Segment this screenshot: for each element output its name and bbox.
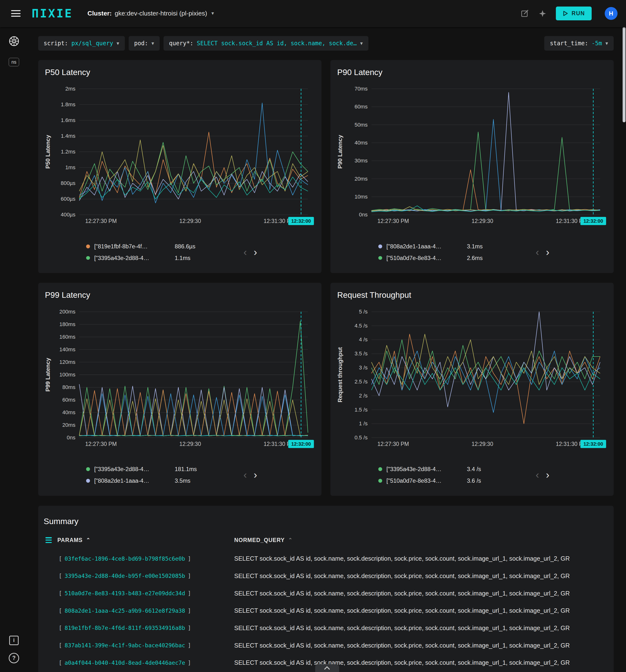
param-cell[interactable]: [510a0d7e-8e83-4193-b483-e27e09ddc34d] xyxy=(56,590,234,597)
legend-color-dot xyxy=(378,256,382,260)
cluster-selector[interactable]: Cluster: gke:dev-cluster-htroisi (pl-pix… xyxy=(87,10,215,17)
svg-text:12:32:00: 12:32:00 xyxy=(583,441,603,447)
legend-next-icon[interactable]: › xyxy=(254,247,257,257)
legend-label: ["819e1fbf-8b7e-4f… xyxy=(94,243,168,250)
legend-next-icon[interactable]: › xyxy=(546,247,549,257)
chart-canvas[interactable]: 70ms60ms50ms40ms30ms20ms10ms0ns12:27:30 … xyxy=(335,83,607,234)
legend-color-dot xyxy=(378,479,382,483)
namespace-chip[interactable]: ns xyxy=(9,58,19,67)
bracket: [ xyxy=(59,659,62,666)
param-cell[interactable]: [837ab141-399e-4c1f-9abc-bace40296bac] xyxy=(56,642,234,649)
legend-prev-icon[interactable]: ‹ xyxy=(243,470,247,480)
legend-color-dot xyxy=(86,467,90,471)
legend-item[interactable]: ["510a0d7e-8e83-4…3.6 /s xyxy=(378,475,608,486)
kubernetes-icon[interactable] xyxy=(8,35,20,48)
table-row[interactable]: [3395a43e-2d88-40de-b95f-e00e1502085b]SE… xyxy=(38,568,614,585)
table-row[interactable]: [03fef6ac-1896-4ce8-bd69-b798f85c6e0b]SE… xyxy=(38,550,614,568)
legend-color-dot xyxy=(378,467,382,471)
legend-prev-icon[interactable]: ‹ xyxy=(243,247,247,257)
param-cell[interactable]: [819e1fbf-8b7e-4f6d-811f-693534916a8b] xyxy=(56,625,234,631)
edit-script-icon[interactable] xyxy=(521,9,529,18)
svg-text:12:29:30: 12:29:30 xyxy=(471,218,493,224)
param-cell[interactable]: [3395a43e-2d88-40de-b95f-e00e1502085b] xyxy=(56,573,234,579)
p99-latency-chart[interactable]: 200ms180ms160ms140ms120ms100ms80ms60ms40… xyxy=(43,306,317,457)
chart-canvas[interactable]: 5 /s4.5 /s4 /s3.5 /s3 /s2.5 /s2 /s1.5 /s… xyxy=(335,306,607,457)
param-value: 3395a43e-2d88-40de-b95f-e00e1502085b xyxy=(65,573,185,579)
normed-query-value: SELECT sock.sock_id AS id, sock.name, so… xyxy=(234,642,614,649)
svg-text:1.6ms: 1.6ms xyxy=(61,117,75,123)
table-row[interactable]: [837ab141-399e-4c1f-9abc-bace40296bac]SE… xyxy=(38,637,614,654)
svg-text:180ms: 180ms xyxy=(59,321,75,327)
param-cell[interactable]: [03fef6ac-1896-4ce8-bd69-b798f85c6e0b] xyxy=(56,556,234,562)
chart-canvas[interactable]: 2ms1.8ms1.6ms1.4ms1.2ms1ms800µs600µs400µ… xyxy=(43,83,315,234)
cluster-value: gke:dev-cluster-htroisi (pl-pixies) xyxy=(115,10,207,17)
legend-color-dot xyxy=(86,244,90,248)
param-cell[interactable]: [a0a4f044-b040-410d-8ead-4de0446aec7e] xyxy=(56,659,234,666)
svg-text:1 /s: 1 /s xyxy=(359,421,368,427)
svg-text:40ms: 40ms xyxy=(62,409,75,415)
svg-text:600µs: 600µs xyxy=(61,196,75,202)
sort-icon[interactable]: ⌃ xyxy=(288,537,293,543)
main-content: script: px/sql_query ▼ pod: ▼ query*: SE… xyxy=(28,27,626,672)
menu-icon[interactable] xyxy=(11,10,21,17)
run-button[interactable]: RUN xyxy=(556,6,592,20)
legend-item[interactable]: ["3395a43e-2d88-4…181.1ms xyxy=(86,463,317,475)
legend-item[interactable]: ["808a2de1-1aaa-4…3.1ms xyxy=(378,241,608,252)
legend-label: ["808a2de1-1aaa-4… xyxy=(386,243,460,250)
param-cell[interactable]: [808a2de1-1aaa-4c25-a9b9-6612e8f29a38] xyxy=(56,608,234,614)
column-header-normed-query[interactable]: NORMED_QUERY xyxy=(234,537,285,544)
legend-next-icon[interactable]: › xyxy=(254,470,257,480)
p90-latency-chart[interactable]: 70ms60ms50ms40ms30ms20ms10ms0ns12:27:30 … xyxy=(335,83,608,234)
chevron-down-icon: ▼ xyxy=(151,41,154,46)
scrollbar-thumb[interactable] xyxy=(623,27,626,122)
table-row[interactable]: [808a2de1-1aaa-4c25-a9b9-6612e8f29a38]SE… xyxy=(38,602,614,620)
svg-text:1.4ms: 1.4ms xyxy=(61,133,75,139)
start-time-value: -5m xyxy=(592,40,602,47)
legend-item[interactable]: ["3395a43e-2d88-4…1.1ms xyxy=(86,252,317,264)
bracket: [ xyxy=(59,590,62,597)
pod-selector[interactable]: pod: ▼ xyxy=(129,36,160,51)
request-throughput-chart[interactable]: 5 /s4.5 /s4 /s3.5 /s3 /s2.5 /s2 /s1.5 /s… xyxy=(335,306,608,457)
svg-text:60ms: 60ms xyxy=(62,397,75,403)
legend-label: ["510a0d7e-8e83-4… xyxy=(386,255,460,261)
topbar: ΠIXIE Cluster: gke:dev-cluster-htroisi (… xyxy=(0,0,626,27)
help-icon[interactable]: ? xyxy=(9,653,19,663)
column-header-params[interactable]: PARAMS xyxy=(57,537,82,544)
panel-p50-latency: P50 Latency 2ms1.8ms1.6ms1.4ms1.2ms1ms80… xyxy=(38,60,322,273)
table-header: PARAMS ⌃ NORMED_QUERY ⌃ xyxy=(38,530,614,550)
legend-item[interactable]: ["819e1fbf-8b7e-4f…886.6µs xyxy=(86,241,317,252)
script-selector[interactable]: script: px/sql_query ▼ xyxy=(38,36,125,51)
svg-text:20ms: 20ms xyxy=(355,176,368,182)
sparkle-icon[interactable] xyxy=(539,10,546,18)
table-row[interactable]: [510a0d7e-8e83-4193-b483-e27e09ddc34d]SE… xyxy=(38,584,614,602)
legend-value: 886.6µs xyxy=(175,243,195,250)
sort-asc-icon[interactable]: ⌃ xyxy=(86,537,91,543)
info-icon[interactable]: i xyxy=(9,636,19,645)
legend-next-icon[interactable]: › xyxy=(546,470,549,480)
table-menu-icon[interactable] xyxy=(46,537,52,543)
svg-text:160ms: 160ms xyxy=(59,334,75,340)
legend-item[interactable]: ["3395a43e-2d88-4…3.4 /s xyxy=(378,463,608,475)
chevron-down-icon: ▼ xyxy=(360,41,363,46)
avatar[interactable]: H xyxy=(605,7,618,20)
legend-item[interactable]: ["808a2de1-1aaa-4…3.5ms xyxy=(86,475,317,486)
legend-prev-icon[interactable]: ‹ xyxy=(536,470,539,480)
legend-prev-icon[interactable]: ‹ xyxy=(536,247,539,257)
chevron-up-icon xyxy=(323,666,331,670)
svg-text:12:29:30: 12:29:30 xyxy=(471,441,493,447)
script-label: script: xyxy=(44,40,68,47)
chart-canvas[interactable]: 200ms180ms160ms140ms120ms100ms80ms60ms40… xyxy=(43,306,315,457)
p50-latency-chart[interactable]: 2ms1.8ms1.6ms1.4ms1.2ms1ms800µs600µs400µ… xyxy=(43,83,317,234)
bracket: [ xyxy=(59,556,62,562)
bracket: ] xyxy=(188,573,191,579)
drawer-expand-button[interactable] xyxy=(315,664,339,672)
start-time-selector[interactable]: start_time: -5m ▼ xyxy=(544,36,614,51)
query-selector[interactable]: query*: SELECT sock.sock_id AS id, sock.… xyxy=(164,36,368,51)
bracket: ] xyxy=(188,590,191,597)
legend-item[interactable]: ["510a0d7e-8e83-4…2.6ms xyxy=(378,252,608,264)
chart-legend: ["3395a43e-2d88-4…181.1ms["808a2de1-1aaa… xyxy=(86,463,317,486)
svg-text:12:32:00: 12:32:00 xyxy=(583,218,603,224)
table-row[interactable]: [819e1fbf-8b7e-4f6d-811f-693534916a8b]SE… xyxy=(38,620,614,637)
svg-text:4 /s: 4 /s xyxy=(359,336,368,342)
legend-value: 3.4 /s xyxy=(467,466,481,473)
